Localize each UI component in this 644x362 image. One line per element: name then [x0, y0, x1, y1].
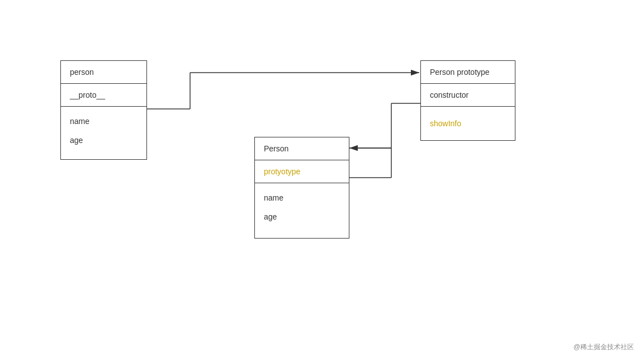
person-prototype-title-text: Person prototype [430, 68, 490, 77]
diagram: person __proto__ name age Person protyot… [0, 0, 644, 362]
person-constructor-box: Person protyotype name age [254, 137, 349, 239]
person-constructor-name: name [264, 193, 340, 202]
person-constructor-fields: name age [255, 183, 349, 238]
person-constructor-title-text: Person [264, 144, 288, 153]
person-constructor-prototype-text: protyotype [264, 167, 300, 176]
person-prototype-constructor-text: constructor [430, 90, 468, 99]
person-instance-age: age [70, 136, 138, 145]
person-prototype-showinfo: showInfo [421, 107, 515, 140]
watermark: @稀土掘金技术社区 [574, 342, 634, 352]
person-instance-title: person [61, 61, 146, 84]
person-instance-box: person __proto__ name age [60, 60, 147, 160]
person-constructor-prototype: protyotype [255, 160, 349, 183]
person-prototype-box: Person prototype constructor showInfo [420, 60, 515, 141]
person-constructor-title: Person [255, 137, 349, 160]
person-instance-name: name [70, 117, 138, 126]
person-constructor-age: age [264, 212, 340, 221]
person-prototype-constructor: constructor [421, 84, 515, 107]
person-prototype-showinfo-text: showInfo [430, 119, 461, 128]
person-prototype-title: Person prototype [421, 61, 515, 84]
person-instance-fields: name age [61, 107, 146, 159]
person-instance-title-text: person [70, 68, 94, 77]
person-instance-proto-text: __proto__ [70, 90, 105, 99]
person-instance-proto: __proto__ [61, 84, 146, 107]
